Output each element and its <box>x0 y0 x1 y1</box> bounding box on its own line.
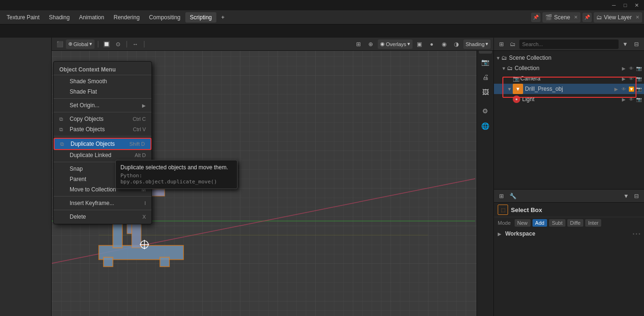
menu-rendering[interactable]: Rendering <box>109 12 144 23</box>
drill-eye-icon[interactable]: 👁 <box>620 86 627 92</box>
delete-label: Delete <box>70 213 139 220</box>
material-btn[interactable]: ◑ <box>451 39 461 49</box>
collection-item[interactable]: ▼ 🗂 Collection ▶ 👁 📷 <box>494 63 644 73</box>
tooltip: Duplicate selected objects and move them… <box>115 160 238 189</box>
mode-subt-btn[interactable]: Subt <box>549 219 565 227</box>
scene-pin-icon[interactable]: 📌 <box>531 13 541 22</box>
editor-type-group: ⬛ ⊕ Global ▾ <box>55 39 95 49</box>
cm-sep1 <box>54 98 151 99</box>
scene-collection-item[interactable]: ▼ 🗂 Scene Collection <box>494 53 644 63</box>
workspace-dots: • • • <box>633 231 640 237</box>
overlays-btn[interactable]: ◉ Overlays ▾ <box>378 40 412 49</box>
cm-duplicate-objects[interactable]: ⧉ Duplicate Objects Shift D <box>54 138 151 150</box>
outliner-options-icon[interactable]: ⊟ <box>632 40 641 49</box>
menu-compositing[interactable]: Compositing <box>144 12 185 23</box>
transform-dropdown-icon: ▾ <box>89 41 92 47</box>
cm-shade-flat[interactable]: Shade Flat <box>54 87 151 97</box>
transform-global-btn[interactable]: ⊕ Global ▾ <box>66 40 95 49</box>
drill-render-icon[interactable]: 📷 <box>636 86 642 92</box>
camera-link-icon[interactable]: ▶ <box>620 75 627 82</box>
drill-press-thumb: ▼ <box>513 84 523 94</box>
maximize-button[interactable]: □ <box>621 1 629 9</box>
scene-selector[interactable]: 🎬 Scene ✕ <box>542 12 580 23</box>
workspace-label: Workspace <box>505 230 535 237</box>
cm-sep3 <box>54 136 151 136</box>
sidebar-render-icon[interactable]: 📷 <box>479 55 492 69</box>
sidebar-output-icon[interactable]: 🖨 <box>479 71 492 84</box>
viewlayer-pin-icon[interactable]: 📌 <box>582 13 592 22</box>
menu-scripting[interactable]: Scripting <box>185 12 217 23</box>
overlays-label: Overlays <box>386 41 406 47</box>
shading-dropdown-icon: ▾ <box>485 41 488 47</box>
props-options-icon[interactable]: ⊟ <box>632 191 641 201</box>
sep3 <box>144 41 144 47</box>
outliner-type-icon[interactable]: ⊞ <box>497 40 506 49</box>
wireframe-btn[interactable]: ▣ <box>414 39 425 49</box>
camera-render-icon[interactable]: 📷 <box>636 75 642 82</box>
props-right-icons: ▼ ⊟ <box>621 191 641 201</box>
cm-paste-objects[interactable]: ⧉ Paste Objects Ctrl V <box>54 124 151 134</box>
viewport-header: ⬛ ⊕ Global ▾ 🔲 ⊙ ↔ ⊞ ⊕ ◉ Overlays ▾ ▣ ● … <box>52 38 493 51</box>
copy-label: Copy Objects <box>70 116 129 122</box>
workspace-row[interactable]: ▶ Workspace • • • <box>494 229 644 239</box>
light-render-icon[interactable]: 📷 <box>636 96 642 103</box>
cm-set-origin[interactable]: Set Origin... ▶ <box>54 100 151 111</box>
viewlayer-close-icon[interactable]: ✕ <box>636 15 639 20</box>
shading-btn[interactable]: Shading ▾ <box>463 40 491 49</box>
view-options-btn[interactable]: ⊞ <box>353 39 364 49</box>
cm-duplicate-linked[interactable]: Duplicate Linked Alt D <box>54 150 151 160</box>
light-link-icon[interactable]: ▶ <box>620 96 627 103</box>
cm-delete[interactable]: Delete X <box>54 212 151 222</box>
sidebar-scene2-icon[interactable]: ⚙ <box>479 104 492 118</box>
props-type-icon[interactable]: ⊞ <box>497 191 506 201</box>
sidebar-world-icon[interactable]: 🌐 <box>479 119 492 133</box>
menu-animation[interactable]: Animation <box>74 12 109 23</box>
scene-close-icon[interactable]: ✕ <box>574 15 578 20</box>
drill-link-icon[interactable]: ▶ <box>613 86 620 92</box>
menu-add[interactable]: + <box>216 12 229 23</box>
outliner-mode-icon[interactable]: 🗂 <box>508 40 517 49</box>
solid-btn[interactable]: ● <box>427 39 437 49</box>
duplicate-icon: ⧉ <box>60 141 68 147</box>
keyframe-shortcut: I <box>144 200 146 206</box>
light-arrow <box>507 97 513 102</box>
cm-insert-keyframe[interactable]: Insert Keyframe... I <box>54 198 151 208</box>
menu-texture-paint[interactable]: Texture Paint <box>2 12 44 23</box>
drill-press-item[interactable]: ▼ ▼ Drill_Press_obj ▶ 👁 🔽 📷 <box>494 84 644 94</box>
light-item[interactable]: ● Light ▶ 👁 📷 <box>494 94 644 104</box>
drill-funnel-icon[interactable]: 🔽 <box>628 86 635 92</box>
mirror-btn[interactable]: ↔ <box>130 39 141 49</box>
collection-eye-icon[interactable]: 👁 <box>628 65 635 71</box>
cm-shade-smooth[interactable]: Shade Smooth <box>54 76 151 87</box>
overlays-dropdown-icon: ▾ <box>407 41 410 47</box>
minimize-button[interactable]: ─ <box>610 1 618 9</box>
cm-copy-objects[interactable]: ⧉ Copy Objects Ctrl C <box>54 114 151 124</box>
collection-link-icon[interactable]: ▶ <box>620 65 627 71</box>
mode-diffe-btn[interactable]: Diffe <box>567 219 583 227</box>
camera-item[interactable]: 📷 Camera ▶ 👁 📷 <box>494 73 644 84</box>
viewlayer-icon: 🗂 <box>596 14 602 21</box>
proportional-btn[interactable]: ⊙ <box>113 39 123 49</box>
mode-new-btn[interactable]: New <box>515 219 531 227</box>
light-eye-icon[interactable]: 👁 <box>628 96 635 103</box>
context-menu-title: Object Context Menu <box>54 63 151 75</box>
collection-render-icon[interactable]: 📷 <box>636 65 642 71</box>
viewlayer-selector[interactable]: 🗂 View Layer ✕ <box>594 12 642 23</box>
mode-add-btn[interactable]: Add <box>533 219 548 227</box>
filter-icon[interactable]: ▼ <box>620 40 630 49</box>
snap-btn[interactable]: 🔲 <box>102 39 112 49</box>
gizmo-btn[interactable]: ⊕ <box>366 39 376 49</box>
outliner-search[interactable] <box>519 40 619 49</box>
scene-collection-label: Scene Collection <box>509 55 642 61</box>
workspace-arrow-icon: ▶ <box>498 231 501 237</box>
camera-eye-icon[interactable]: 👁 <box>628 75 635 82</box>
props-tool-icon[interactable]: 🔧 <box>508 191 517 201</box>
rendered-btn[interactable]: ◉ <box>439 39 449 49</box>
close-button[interactable]: ✕ <box>633 1 640 9</box>
menu-shading[interactable]: Shading <box>44 12 74 23</box>
mode-inter-btn[interactable]: Inter <box>585 219 601 227</box>
props-filter-icon[interactable]: ▼ <box>621 191 631 201</box>
editor-type-btn[interactable]: ⬛ <box>55 39 65 49</box>
sidebar-view-icon[interactable]: 🖼 <box>479 86 492 99</box>
camera-label: Camera <box>520 75 620 82</box>
